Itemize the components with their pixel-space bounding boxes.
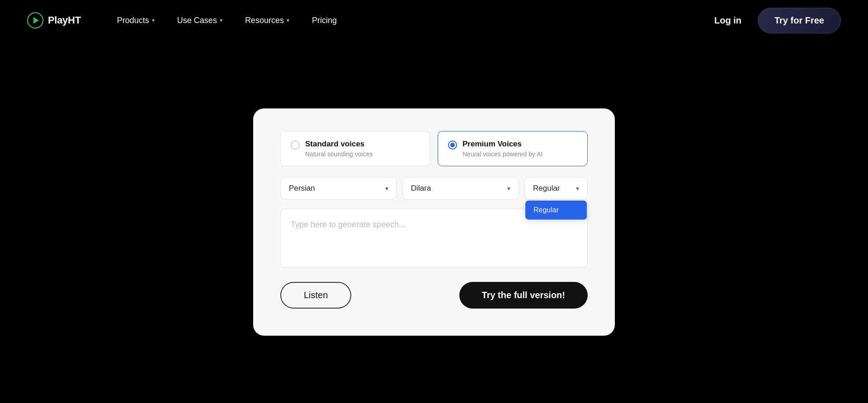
premium-voice-subtitle: Neural voices powered by AI	[462, 150, 542, 158]
nav-item-products[interactable]: Products ▾	[108, 11, 164, 30]
premium-voices-option[interactable]: Premium Voices Neural voices powered by …	[438, 131, 588, 166]
nav-resources-label: Resources	[245, 16, 284, 25]
logo-text: PlayHT	[48, 14, 81, 26]
chevron-down-icon: ▾	[507, 185, 510, 192]
voice-dropdown[interactable]: Dilara ▾	[402, 177, 519, 200]
listen-button[interactable]: Listen	[280, 282, 351, 309]
nav-right: Log in Try for Free	[707, 8, 841, 33]
style-option-regular[interactable]: Regular	[525, 201, 587, 220]
language-dropdown[interactable]: Persian ▾	[280, 177, 397, 200]
logo[interactable]: PlayHT	[27, 12, 81, 28]
dropdowns-row: Persian ▾ Dilara ▾ Regular ▾ Regular	[280, 177, 588, 200]
language-value: Persian	[289, 184, 315, 193]
voice-value: Dilara	[411, 184, 431, 193]
style-dropdown[interactable]: Regular ▾ Regular	[524, 177, 588, 200]
try-free-button[interactable]: Try for Free	[758, 8, 841, 33]
standard-voice-title: Standard voices	[305, 140, 373, 149]
standard-radio[interactable]	[291, 141, 300, 150]
tts-card: Standard voices Natural sounding voices …	[253, 108, 615, 336]
premium-voice-title: Premium Voices	[462, 140, 542, 149]
playht-logo-icon	[27, 12, 43, 28]
nav-products-label: Products	[117, 16, 149, 25]
style-value: Regular	[533, 184, 560, 193]
chevron-down-icon: ▾	[385, 185, 388, 192]
standard-voice-text: Standard voices Natural sounding voices	[305, 140, 373, 158]
main-content: Standard voices Natural sounding voices …	[0, 41, 868, 403]
navbar: PlayHT Products ▾ Use Cases ▾ Resources …	[0, 0, 868, 41]
try-full-version-button[interactable]: Try the full version!	[459, 282, 588, 309]
premium-radio[interactable]	[448, 141, 457, 150]
chevron-down-icon: ▾	[152, 17, 155, 23]
radio-fill	[450, 143, 455, 147]
nav-item-pricing[interactable]: Pricing	[303, 11, 346, 30]
style-dropdown-menu: Regular	[525, 200, 587, 220]
chevron-down-icon: ▾	[287, 17, 289, 23]
nav-item-resources[interactable]: Resources ▾	[236, 11, 298, 30]
nav-pricing-label: Pricing	[312, 16, 337, 25]
standard-voice-subtitle: Natural sounding voices	[305, 150, 373, 158]
nav-use-cases-label: Use Cases	[177, 16, 217, 25]
voice-type-row: Standard voices Natural sounding voices …	[280, 131, 588, 166]
nav-item-use-cases[interactable]: Use Cases ▾	[168, 11, 231, 30]
svg-marker-1	[33, 17, 39, 23]
premium-voice-text: Premium Voices Neural voices powered by …	[462, 140, 542, 158]
chevron-down-icon: ▾	[576, 185, 579, 192]
nav-links: Products ▾ Use Cases ▾ Resources ▾ Prici…	[108, 11, 707, 30]
standard-voices-option[interactable]: Standard voices Natural sounding voices	[280, 131, 430, 166]
buttons-row: Listen Try the full version!	[280, 282, 588, 309]
login-button[interactable]: Log in	[707, 11, 749, 30]
chevron-down-icon: ▾	[220, 17, 222, 23]
